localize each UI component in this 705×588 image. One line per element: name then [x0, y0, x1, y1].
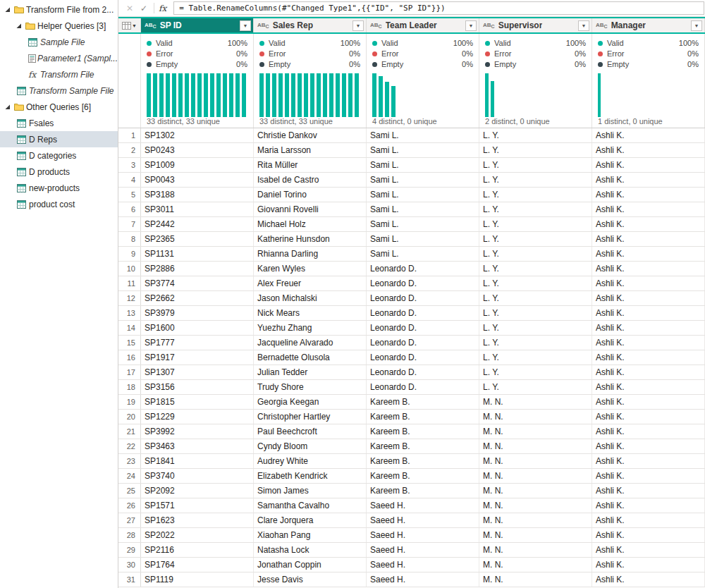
table-cell[interactable]: Ashli K. — [592, 395, 705, 409]
column-header-sp-id[interactable]: ABCSP ID▼ — [141, 18, 254, 32]
column-header-sales-rep[interactable]: ABCSales Rep▼ — [254, 18, 367, 32]
table-cell[interactable]: SP1131 — [141, 247, 254, 261]
table-cell[interactable]: L. Y. — [479, 188, 592, 202]
table-cell[interactable]: Ashli K. — [592, 424, 705, 439]
row-number[interactable]: 20 — [118, 410, 141, 424]
table-cell[interactable]: SP1119 — [141, 572, 254, 587]
row-number[interactable]: 29 — [118, 543, 141, 557]
table-cell[interactable]: Leonardo D. — [367, 262, 479, 276]
table-cell[interactable]: Ashli K. — [592, 276, 705, 290]
table-cell[interactable]: Nick Mears — [254, 306, 367, 320]
sidebar-item-fsales[interactable]: Fsales — [0, 115, 118, 131]
table-cell[interactable]: SP1623 — [141, 513, 254, 527]
sidebar-item-sample-file[interactable]: Sample File — [0, 34, 118, 50]
table-cell[interactable]: Jason Michalski — [254, 291, 367, 305]
table-cell[interactable]: Sami L. — [367, 173, 479, 187]
table-cell[interactable]: Ashli K. — [592, 291, 705, 305]
row-number[interactable]: 31 — [118, 572, 141, 587]
table-cell[interactable]: Ashli K. — [592, 543, 705, 557]
table-cell[interactable]: L. Y. — [479, 247, 592, 261]
table-cell[interactable]: Sami L. — [367, 232, 479, 246]
row-number[interactable]: 15 — [118, 336, 141, 350]
table-cell[interactable]: SP1302 — [141, 128, 254, 142]
table-cell[interactable]: Kareem B. — [367, 469, 479, 483]
row-number[interactable]: 7 — [118, 217, 141, 231]
table-cell[interactable]: Sami L. — [367, 202, 479, 216]
sidebar-item-d-categories[interactable]: D categories — [0, 147, 118, 164]
table-cell[interactable]: Ashli K. — [592, 380, 705, 394]
row-number[interactable]: 28 — [118, 528, 141, 542]
table-cell[interactable]: Sami L. — [367, 143, 479, 157]
table-cell[interactable]: Xiaohan Pang — [254, 528, 367, 542]
table-cell[interactable]: L. Y. — [479, 350, 592, 365]
sidebar-item-new-products[interactable]: new-products — [0, 180, 118, 196]
table-cell[interactable]: SP1815 — [141, 395, 254, 409]
table-cell[interactable]: Giovanni Rovelli — [254, 202, 367, 216]
table-cell[interactable]: Sami L. — [367, 188, 479, 202]
table-cell[interactable]: Ashli K. — [592, 484, 705, 498]
table-cell[interactable]: Ashli K. — [592, 513, 705, 527]
table-cell[interactable]: Ashli K. — [592, 498, 705, 513]
table-cell[interactable]: M. N. — [479, 513, 592, 527]
table-cell[interactable]: Saeed H. — [367, 558, 479, 572]
table-cell[interactable]: Rita Müller — [254, 158, 367, 172]
table-cell[interactable]: M. N. — [479, 572, 592, 587]
table-cell[interactable]: SP1009 — [141, 158, 254, 172]
table-cell[interactable]: Kareem B. — [367, 395, 479, 409]
table-cell[interactable]: SP3156 — [141, 380, 254, 394]
sidebar-item-helper-queries-3[interactable]: Helper Queries [3] — [0, 18, 118, 34]
table-cell[interactable]: Karen Wyles — [254, 262, 367, 276]
row-number[interactable]: 22 — [118, 439, 141, 453]
table-cell[interactable]: M. N. — [479, 498, 592, 513]
table-cell[interactable]: M. N. — [479, 543, 592, 557]
column-header-manager[interactable]: ABCManager▼ — [592, 18, 705, 32]
table-cell[interactable]: Alex Freuer — [254, 276, 367, 290]
row-number[interactable]: 9 — [118, 247, 141, 261]
row-number[interactable]: 25 — [118, 484, 141, 498]
filter-button-team-leader[interactable]: ▼ — [465, 20, 477, 31]
row-number[interactable]: 8 — [118, 232, 141, 246]
row-number[interactable]: 3 — [118, 158, 141, 172]
table-cell[interactable]: Ashli K. — [592, 306, 705, 320]
table-cell[interactable]: L. Y. — [479, 321, 592, 335]
sidebar-item-product-cost[interactable]: product cost — [0, 196, 118, 212]
table-cell[interactable]: L. Y. — [479, 173, 592, 187]
table-cell[interactable]: L. Y. — [479, 202, 592, 216]
table-cell[interactable]: Sami L. — [367, 128, 479, 142]
table-cell[interactable]: Christopher Hartley — [254, 410, 367, 424]
table-cell[interactable]: Ashli K. — [592, 217, 705, 231]
table-cell[interactable]: Saeed H. — [367, 528, 479, 542]
table-cell[interactable]: SP3740 — [141, 469, 254, 483]
table-cell[interactable]: M. N. — [479, 484, 592, 498]
table-cell[interactable]: SP0243 — [141, 143, 254, 157]
table-cell[interactable]: Ashli K. — [592, 439, 705, 453]
table-cell[interactable]: Ashli K. — [592, 350, 705, 365]
table-cell[interactable]: Trudy Shore — [254, 380, 367, 394]
row-number[interactable]: 4 — [118, 173, 141, 187]
table-cell[interactable]: SP2022 — [141, 528, 254, 542]
row-number[interactable]: 23 — [118, 454, 141, 468]
table-cell[interactable]: Ashli K. — [592, 232, 705, 246]
table-cell[interactable]: Ashli K. — [592, 528, 705, 542]
table-cell[interactable]: L. Y. — [479, 276, 592, 290]
table-cell[interactable]: Kareem B. — [367, 454, 479, 468]
table-cell[interactable]: Jacqueline Alvarado — [254, 336, 367, 350]
table-cell[interactable]: Saeed H. — [367, 513, 479, 527]
table-cell[interactable]: SP0043 — [141, 173, 254, 187]
column-header-team-leader[interactable]: ABCTeam Leader▼ — [367, 18, 479, 32]
table-cell[interactable]: Leonardo D. — [367, 276, 479, 290]
table-cell[interactable]: Cyndy Bloom — [254, 439, 367, 453]
confirm-icon[interactable]: ✓ — [137, 4, 151, 13]
table-cell[interactable]: Saeed H. — [367, 543, 479, 557]
table-cell[interactable]: L. Y. — [479, 128, 592, 142]
row-number[interactable]: 6 — [118, 202, 141, 216]
row-number[interactable]: 30 — [118, 558, 141, 572]
table-cell[interactable]: Christie Dankov — [254, 128, 367, 142]
table-cell[interactable]: Audrey White — [254, 454, 367, 468]
table-cell[interactable]: L. Y. — [479, 365, 592, 379]
table-cell[interactable]: SP1777 — [141, 336, 254, 350]
row-number[interactable]: 13 — [118, 306, 141, 320]
table-cell[interactable]: Ashli K. — [592, 128, 705, 142]
table-cell[interactable]: L. Y. — [479, 336, 592, 350]
table-cell[interactable]: SP1600 — [141, 321, 254, 335]
